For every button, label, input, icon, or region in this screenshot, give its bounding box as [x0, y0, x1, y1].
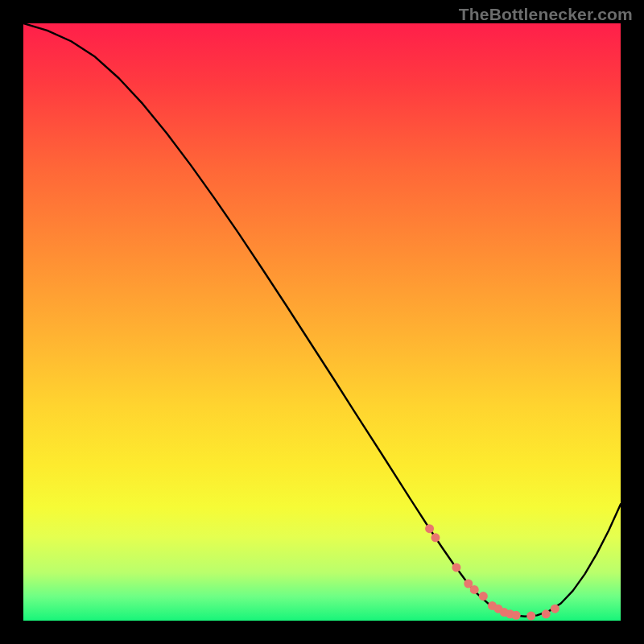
trough-dot [452, 563, 460, 572]
trough-dot [431, 533, 440, 542]
trough-dot [542, 609, 551, 618]
trough-dot [526, 612, 535, 621]
trough-dot [551, 605, 559, 613]
plot-area [23, 23, 621, 621]
trough-dot [479, 592, 488, 601]
attribution-watermark: TheBottlenecker.com [459, 5, 633, 24]
bottleneck-curve-path [23, 23, 621, 617]
trough-dot [470, 585, 479, 594]
trough-dot [425, 524, 434, 533]
curve-layer [23, 23, 621, 621]
bottleneck-chart: TheBottlenecker.com [0, 0, 644, 644]
trough-dot [512, 611, 521, 620]
trough-dots-group [425, 524, 559, 620]
